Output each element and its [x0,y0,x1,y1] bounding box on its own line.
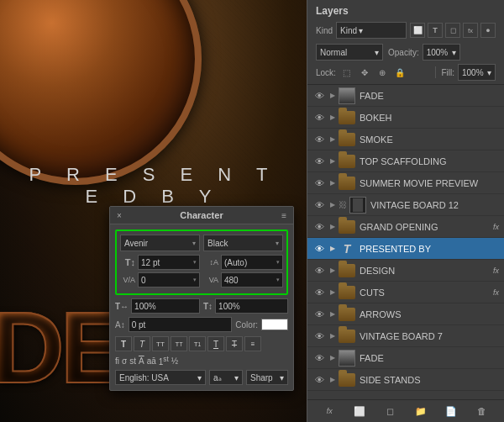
scale-h-input[interactable]: 100% [131,298,200,314]
layer-item[interactable]: 👁 ▶ T PRESENTED BY [307,238,504,260]
style-strike-btn[interactable]: T [226,336,243,351]
lock-transparency-btn[interactable]: ⬚ [339,65,354,80]
leading-input[interactable]: (Auto) ▾ [221,255,283,270]
layer-item[interactable]: 👁 ▶ BOKEH [307,107,504,129]
layer-item[interactable]: 👁 ▶ GRAND OPENING fx [307,216,504,238]
layer-item[interactable]: 👁 ▶ VINTAGE BOARD 7 [307,325,504,347]
kind-select[interactable]: Kind ▾ [336,22,407,39]
layer-item[interactable]: 👁 ▶ CUTS fx [307,282,504,303]
lig-st[interactable]: st [129,356,136,366]
filter-shape-btn[interactable]: ◻ [445,23,460,38]
font-family-select[interactable]: Avenir ▾ [120,235,200,251]
lock-position-btn[interactable]: ⊕ [375,65,390,80]
layer-visibility-toggle[interactable]: 👁 [312,286,326,299]
style-super-btn[interactable]: TT [171,336,187,351]
filter-pixel-btn[interactable]: ⬜ [410,23,425,38]
layers-title: Layers [316,5,496,17]
layer-expand-btn[interactable]: ▶ [328,330,337,343]
font-size-input[interactable]: 12 pt ▾ [138,255,200,270]
layer-visibility-toggle[interactable]: 👁 [312,330,326,343]
add-mask-btn[interactable]: ◻ [382,404,399,419]
new-group-btn[interactable]: 📁 [412,404,429,419]
layer-expand-btn[interactable]: ▶ [328,177,337,190]
sharp-select[interactable]: Sharp ▾ [246,370,288,385]
tracking-input[interactable]: 480 ▾ [221,272,283,287]
layer-item[interactable]: 👁 ▶ SMOKE [307,129,504,150]
layer-name: CUTS [360,287,491,298]
add-adjustment-btn[interactable]: ⬜ [351,404,368,419]
layer-visibility-toggle[interactable]: 👁 [312,220,326,234]
layer-visibility-toggle[interactable]: 👁 [312,308,326,321]
layer-item[interactable]: 👁 ▶ ⛓ VINTAGE BOARD 12 [307,194,504,216]
layer-expand-btn[interactable]: ▶ [328,89,337,103]
scale-v-field: T↕ 100% [203,298,288,314]
scale-v-input[interactable]: 100% [215,298,288,314]
layer-item[interactable]: 👁 ▶ ARROWS [307,303,504,325]
layer-visibility-toggle[interactable]: 👁 [312,373,326,387]
layer-visibility-toggle[interactable]: 👁 [312,242,326,256]
style-bold-btn[interactable]: T [115,336,132,351]
lig-sup[interactable]: 1st [159,355,169,367]
new-layer-btn[interactable]: 📄 [443,404,459,419]
layer-item[interactable]: 👁 ▶ SIDE STANDS [307,369,504,391]
filter-smart-btn[interactable]: ● [480,23,496,38]
layer-visibility-toggle[interactable]: 👁 [312,351,326,365]
layer-visibility-toggle[interactable]: 👁 [312,155,326,168]
layer-expand-btn[interactable]: ▶ [328,155,337,168]
style-align-btn[interactable]: ≡ [244,336,261,351]
layer-expand-btn[interactable]: ▶ [328,133,337,146]
style-italic-btn[interactable]: T [134,336,150,351]
fill-input[interactable]: 100% ▾ [458,64,496,81]
style-sub-btn[interactable]: T1 [189,336,206,351]
opacity-input[interactable]: 100% ▾ [423,44,460,61]
style-tt-btn[interactable]: TT [152,336,169,351]
layer-item[interactable]: 👁 ▶ DESIGN fx [307,260,504,282]
tracking-icon: VA [203,276,218,284]
layer-visibility-toggle[interactable]: 👁 [312,133,326,146]
layer-expand-btn[interactable]: ▶ [328,264,337,277]
layer-expand-btn[interactable]: ▶ [328,373,337,387]
layer-item[interactable]: 👁 ▶ SUMMER MOVIE PREVIEW [307,172,504,194]
layer-expand-btn[interactable]: ▶ [328,220,337,234]
color-swatch[interactable] [261,319,288,330]
layer-item[interactable]: 👁 ▶ FADE [307,347,504,369]
lig-sigma[interactable]: σ [122,356,127,366]
font-style-select[interactable]: Black ▾ [203,235,283,251]
layer-expand-btn[interactable]: ▶ [328,111,337,124]
layer-expand-btn[interactable]: ▶ [328,198,337,212]
layer-expand-btn[interactable]: ▶ [328,351,337,365]
blend-arrow: ▾ [375,48,379,57]
layer-expand-btn[interactable]: ▶ [328,308,337,321]
layer-visibility-toggle[interactable]: 👁 [312,264,326,277]
layer-expand-btn[interactable]: ▶ [328,286,337,299]
lig-over[interactable]: A [139,356,144,366]
kerning-tracking-row: V/A 0 ▾ VA 480 ▾ [120,272,283,287]
filter-text-btn[interactable]: T [428,23,443,38]
lock-image-btn[interactable]: ✥ [357,65,372,80]
lig-aa[interactable]: aā [147,356,156,366]
close-icon[interactable]: × [117,211,122,220]
layer-visibility-toggle[interactable]: 👁 [312,111,326,124]
delete-layer-btn[interactable]: 🗑 [474,404,491,419]
font-style-arrow: ▾ [276,240,279,247]
lig-fi[interactable]: fi [115,356,119,366]
panel-menu-icon[interactable]: ≡ [281,211,286,220]
style-underline-btn[interactable]: T [207,336,224,351]
lock-all-btn[interactable]: 🔒 [392,65,407,80]
layers-footer: fx ⬜ ◻ 📁 📄 🗑 [307,399,504,422]
language-select[interactable]: English: USA ▾ [115,370,206,385]
layer-item[interactable]: 👁 ▶ TOP SCAFFOLDING [307,150,504,172]
layer-visibility-toggle[interactable]: 👁 [312,177,326,190]
filter-fx-btn[interactable]: fx [463,23,478,38]
kerning-input[interactable]: 0 ▾ [138,272,200,287]
layer-visibility-toggle[interactable]: 👁 [312,198,326,212]
add-fx-btn[interactable]: fx [321,404,338,419]
layer-visibility-toggle[interactable]: 👁 [312,89,326,103]
baseline-input[interactable]: 0 pt [129,317,233,332]
layer-name: FADE [360,353,499,363]
lig-half[interactable]: ½ [171,356,178,366]
layer-item[interactable]: 👁 ▶ FADE [307,85,504,107]
antialiasing-select[interactable]: aₐ ▾ [209,370,243,385]
blend-mode-select[interactable]: Normal ▾ [316,44,383,61]
layer-expand-btn[interactable]: ▶ [328,242,337,256]
